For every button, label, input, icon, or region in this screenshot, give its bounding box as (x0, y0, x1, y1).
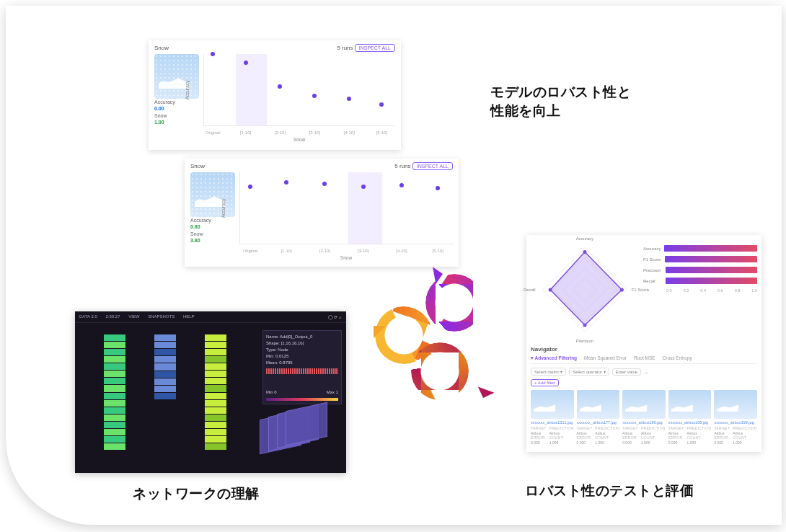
result-card[interactable]: xxxxxxx_airbus199.jpg TARGETPREDICTIONAi… (714, 390, 757, 445)
tab-mse[interactable]: Mean Squared Error (584, 355, 627, 361)
radar-chart: Accuracy F1 Score Precision Recall (531, 239, 639, 340)
network-visualizer: DATA 2.0 2:50:27 VIEW SNAPSHOTS HELP ◯ ⟳… (75, 311, 346, 473)
svg-marker-4 (550, 252, 622, 326)
evaluation-panel: Accuracy F1 Score Precision Recall Accur… (526, 235, 761, 452)
svg-point-8 (549, 288, 552, 291)
menu-snapshots[interactable]: SNAPSHOTS (148, 314, 175, 319)
value-input[interactable]: Enter value (612, 368, 641, 376)
add-filter-button[interactable]: + Add filter (531, 379, 559, 386)
accuracy-chart-1: Accuracy Snow Original [1-10] [2-10] [3-… (203, 54, 395, 126)
brand: DATA 2.0 (79, 314, 97, 319)
svg-point-7 (583, 323, 586, 327)
histogram (266, 368, 338, 387)
runs-label: 5 runs (394, 163, 410, 169)
svg-point-5 (583, 250, 586, 254)
runs-label: 5 runs (337, 45, 353, 51)
menu-view[interactable]: VIEW (128, 314, 139, 319)
timestamp: 2:50:27 (105, 314, 120, 319)
metric-select[interactable]: Select metric ▾ (531, 368, 566, 376)
panel-title: Snow (154, 45, 169, 51)
activation-column (104, 334, 125, 450)
navigator-heading: Navigator (531, 346, 757, 353)
robustness-panel-1: Snow 5 runs INSPECT ALL Accuracy 0.00 Sn… (149, 40, 401, 150)
navigator-tabs[interactable]: ▾ Advanced Filtering Mean Squared Error … (531, 355, 757, 364)
inspect-all-button[interactable]: INSPECT ALL (355, 44, 395, 52)
toolbar-icons[interactable]: ◯ ⟳ ⌕ (328, 314, 342, 319)
arrow-icon (433, 264, 453, 284)
arrow-icon (472, 387, 495, 409)
panel-stats: Accuracy 0.00 Snow 1.00 (154, 99, 199, 126)
tensor-info: Name: Add[0]_Output_0 Shape: [1,16,16,16… (262, 330, 342, 404)
cycle-arrows (368, 274, 512, 411)
metrics-bars: Accuracy F1 Score Precision Recall 0.00.… (643, 239, 757, 340)
tab-cross-entropy[interactable]: Cross Entropy (663, 355, 692, 361)
tab-rmse[interactable]: Root MSE (634, 355, 655, 361)
image-results: xxxxxxx_airbus1311.jpg TARGETPREDICTIONA… (531, 390, 757, 445)
sample-thumbnail (154, 54, 199, 99)
diagram-canvas: { "headings": { "improve": "モデルのロバスト性と",… (0, 0, 786, 532)
operator-select[interactable]: Select operator ▾ (569, 368, 609, 376)
menu-help[interactable]: HELP (183, 314, 195, 319)
panel-title: Snow (190, 163, 205, 169)
result-card[interactable]: xxxxxxx_airbus177.jpg TARGETPREDICTIONAi… (577, 390, 620, 445)
heading-understand: ネットワークの理解 (133, 484, 260, 503)
activation-column (154, 334, 176, 399)
robustness-panel-2: Snow 5 runs INSPECT ALL Accuracy 0.80 Sn… (185, 159, 459, 267)
accuracy-chart-2: Accuracy Snow Original [1-10] [2-10] [3-… (239, 172, 453, 244)
result-card[interactable]: xxxxxxx_airbus108.jpg TARGETPREDICTIONAi… (668, 390, 712, 445)
tensor-3d-view (260, 411, 339, 461)
heading-test-eval: ロバスト性のテストと評価 (525, 482, 694, 500)
heading-improve: モデルのロバスト性と 性能を向上 (490, 83, 631, 120)
colormap-bar (266, 398, 338, 401)
panel-stats: Accuracy 0.80 Snow 3.80 (190, 217, 235, 244)
sample-thumbnail (190, 172, 235, 217)
result-card[interactable]: xxxxxxx_airbus1311.jpg TARGETPREDICTIONA… (531, 390, 574, 445)
activation-column (205, 334, 226, 450)
tab-advanced-filtering[interactable]: ▾ Advanced Filtering (531, 355, 577, 361)
svg-point-6 (620, 288, 624, 291)
inspect-all-button[interactable]: INSPECT ALL (412, 162, 453, 170)
result-card[interactable]: xxxxxxx_airbus199.jpg TARGETPREDICTIONAi… (622, 390, 666, 445)
